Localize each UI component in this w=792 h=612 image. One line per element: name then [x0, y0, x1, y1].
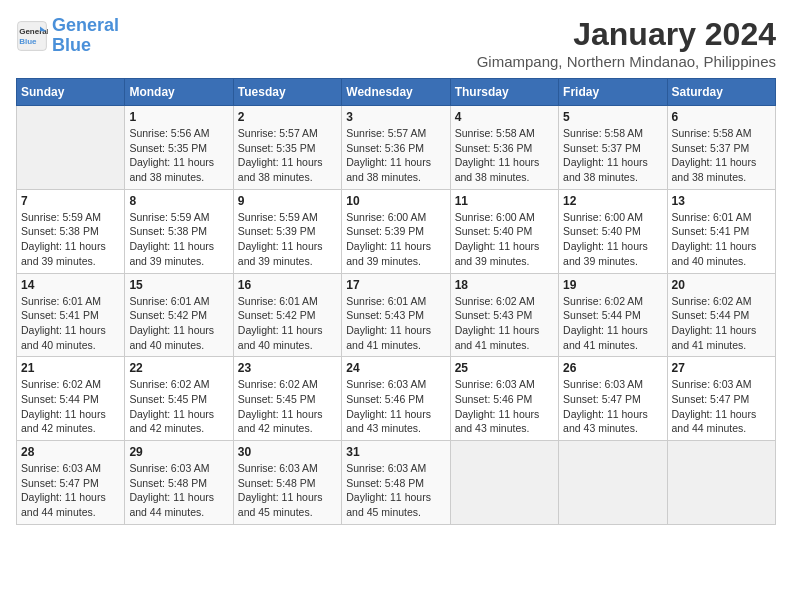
header-cell-friday: Friday — [559, 79, 667, 106]
day-info: Sunrise: 6:00 AM Sunset: 5:39 PM Dayligh… — [346, 210, 445, 269]
calendar-cell: 5Sunrise: 5:58 AM Sunset: 5:37 PM Daylig… — [559, 106, 667, 190]
day-number: 5 — [563, 110, 662, 124]
calendar-cell: 11Sunrise: 6:00 AM Sunset: 5:40 PM Dayli… — [450, 189, 558, 273]
day-number: 21 — [21, 361, 120, 375]
day-number: 6 — [672, 110, 771, 124]
day-number: 20 — [672, 278, 771, 292]
day-info: Sunrise: 6:03 AM Sunset: 5:48 PM Dayligh… — [346, 461, 445, 520]
day-info: Sunrise: 6:03 AM Sunset: 5:46 PM Dayligh… — [455, 377, 554, 436]
calendar-cell: 27Sunrise: 6:03 AM Sunset: 5:47 PM Dayli… — [667, 357, 775, 441]
calendar-cell: 3Sunrise: 5:57 AM Sunset: 5:36 PM Daylig… — [342, 106, 450, 190]
day-info: Sunrise: 5:57 AM Sunset: 5:36 PM Dayligh… — [346, 126, 445, 185]
header-cell-saturday: Saturday — [667, 79, 775, 106]
day-info: Sunrise: 6:02 AM Sunset: 5:44 PM Dayligh… — [672, 294, 771, 353]
day-number: 29 — [129, 445, 228, 459]
day-number: 12 — [563, 194, 662, 208]
day-number: 8 — [129, 194, 228, 208]
day-number: 16 — [238, 278, 337, 292]
day-number: 31 — [346, 445, 445, 459]
calendar-cell: 19Sunrise: 6:02 AM Sunset: 5:44 PM Dayli… — [559, 273, 667, 357]
calendar-cell: 4Sunrise: 5:58 AM Sunset: 5:36 PM Daylig… — [450, 106, 558, 190]
calendar-cell: 31Sunrise: 6:03 AM Sunset: 5:48 PM Dayli… — [342, 441, 450, 525]
day-info: Sunrise: 6:02 AM Sunset: 5:44 PM Dayligh… — [563, 294, 662, 353]
day-info: Sunrise: 6:01 AM Sunset: 5:41 PM Dayligh… — [672, 210, 771, 269]
calendar-cell: 25Sunrise: 6:03 AM Sunset: 5:46 PM Dayli… — [450, 357, 558, 441]
calendar-cell — [450, 441, 558, 525]
calendar-cell: 12Sunrise: 6:00 AM Sunset: 5:40 PM Dayli… — [559, 189, 667, 273]
day-number: 10 — [346, 194, 445, 208]
day-number: 27 — [672, 361, 771, 375]
logo-line1: General — [52, 15, 119, 35]
calendar-cell: 24Sunrise: 6:03 AM Sunset: 5:46 PM Dayli… — [342, 357, 450, 441]
day-number: 17 — [346, 278, 445, 292]
calendar-cell: 15Sunrise: 6:01 AM Sunset: 5:42 PM Dayli… — [125, 273, 233, 357]
header-cell-thursday: Thursday — [450, 79, 558, 106]
calendar-body: 1Sunrise: 5:56 AM Sunset: 5:35 PM Daylig… — [17, 106, 776, 525]
day-number: 11 — [455, 194, 554, 208]
day-number: 1 — [129, 110, 228, 124]
day-number: 4 — [455, 110, 554, 124]
day-info: Sunrise: 6:03 AM Sunset: 5:47 PM Dayligh… — [672, 377, 771, 436]
title-block: January 2024 Gimampang, Northern Mindana… — [477, 16, 776, 70]
day-info: Sunrise: 6:01 AM Sunset: 5:43 PM Dayligh… — [346, 294, 445, 353]
day-number: 14 — [21, 278, 120, 292]
week-row-1: 1Sunrise: 5:56 AM Sunset: 5:35 PM Daylig… — [17, 106, 776, 190]
day-number: 18 — [455, 278, 554, 292]
logo-icon: General Blue — [16, 20, 48, 52]
day-info: Sunrise: 6:01 AM Sunset: 5:42 PM Dayligh… — [129, 294, 228, 353]
week-row-3: 14Sunrise: 6:01 AM Sunset: 5:41 PM Dayli… — [17, 273, 776, 357]
calendar-cell — [559, 441, 667, 525]
calendar-cell: 18Sunrise: 6:02 AM Sunset: 5:43 PM Dayli… — [450, 273, 558, 357]
calendar-header: SundayMondayTuesdayWednesdayThursdayFrid… — [17, 79, 776, 106]
calendar-table: SundayMondayTuesdayWednesdayThursdayFrid… — [16, 78, 776, 525]
day-info: Sunrise: 5:56 AM Sunset: 5:35 PM Dayligh… — [129, 126, 228, 185]
calendar-cell: 10Sunrise: 6:00 AM Sunset: 5:39 PM Dayli… — [342, 189, 450, 273]
logo-text: General Blue — [52, 16, 119, 56]
day-number: 7 — [21, 194, 120, 208]
day-number: 9 — [238, 194, 337, 208]
calendar-cell: 6Sunrise: 5:58 AM Sunset: 5:37 PM Daylig… — [667, 106, 775, 190]
header-cell-sunday: Sunday — [17, 79, 125, 106]
day-number: 22 — [129, 361, 228, 375]
calendar-cell — [17, 106, 125, 190]
day-info: Sunrise: 6:02 AM Sunset: 5:44 PM Dayligh… — [21, 377, 120, 436]
svg-text:General: General — [19, 27, 48, 36]
calendar-cell: 28Sunrise: 6:03 AM Sunset: 5:47 PM Dayli… — [17, 441, 125, 525]
day-number: 15 — [129, 278, 228, 292]
calendar-cell: 17Sunrise: 6:01 AM Sunset: 5:43 PM Dayli… — [342, 273, 450, 357]
week-row-2: 7Sunrise: 5:59 AM Sunset: 5:38 PM Daylig… — [17, 189, 776, 273]
calendar-cell: 22Sunrise: 6:02 AM Sunset: 5:45 PM Dayli… — [125, 357, 233, 441]
calendar-cell: 1Sunrise: 5:56 AM Sunset: 5:35 PM Daylig… — [125, 106, 233, 190]
header-cell-wednesday: Wednesday — [342, 79, 450, 106]
day-number: 19 — [563, 278, 662, 292]
day-info: Sunrise: 5:59 AM Sunset: 5:38 PM Dayligh… — [129, 210, 228, 269]
month-title: January 2024 — [477, 16, 776, 53]
svg-text:Blue: Blue — [19, 37, 37, 46]
calendar-cell: 14Sunrise: 6:01 AM Sunset: 5:41 PM Dayli… — [17, 273, 125, 357]
day-info: Sunrise: 6:01 AM Sunset: 5:42 PM Dayligh… — [238, 294, 337, 353]
day-info: Sunrise: 5:58 AM Sunset: 5:37 PM Dayligh… — [672, 126, 771, 185]
day-number: 13 — [672, 194, 771, 208]
day-info: Sunrise: 6:03 AM Sunset: 5:46 PM Dayligh… — [346, 377, 445, 436]
day-info: Sunrise: 6:00 AM Sunset: 5:40 PM Dayligh… — [455, 210, 554, 269]
week-row-4: 21Sunrise: 6:02 AM Sunset: 5:44 PM Dayli… — [17, 357, 776, 441]
day-info: Sunrise: 6:01 AM Sunset: 5:41 PM Dayligh… — [21, 294, 120, 353]
calendar-cell: 9Sunrise: 5:59 AM Sunset: 5:39 PM Daylig… — [233, 189, 341, 273]
calendar-cell: 2Sunrise: 5:57 AM Sunset: 5:35 PM Daylig… — [233, 106, 341, 190]
week-row-5: 28Sunrise: 6:03 AM Sunset: 5:47 PM Dayli… — [17, 441, 776, 525]
logo: General Blue General Blue — [16, 16, 119, 56]
header-row: SundayMondayTuesdayWednesdayThursdayFrid… — [17, 79, 776, 106]
day-number: 30 — [238, 445, 337, 459]
day-number: 24 — [346, 361, 445, 375]
calendar-cell: 30Sunrise: 6:03 AM Sunset: 5:48 PM Dayli… — [233, 441, 341, 525]
header-cell-tuesday: Tuesday — [233, 79, 341, 106]
day-info: Sunrise: 6:02 AM Sunset: 5:45 PM Dayligh… — [238, 377, 337, 436]
day-number: 25 — [455, 361, 554, 375]
day-info: Sunrise: 5:58 AM Sunset: 5:37 PM Dayligh… — [563, 126, 662, 185]
day-info: Sunrise: 6:02 AM Sunset: 5:45 PM Dayligh… — [129, 377, 228, 436]
calendar-cell: 20Sunrise: 6:02 AM Sunset: 5:44 PM Dayli… — [667, 273, 775, 357]
calendar-cell: 13Sunrise: 6:01 AM Sunset: 5:41 PM Dayli… — [667, 189, 775, 273]
calendar-cell — [667, 441, 775, 525]
day-info: Sunrise: 6:03 AM Sunset: 5:48 PM Dayligh… — [238, 461, 337, 520]
calendar-cell: 21Sunrise: 6:02 AM Sunset: 5:44 PM Dayli… — [17, 357, 125, 441]
